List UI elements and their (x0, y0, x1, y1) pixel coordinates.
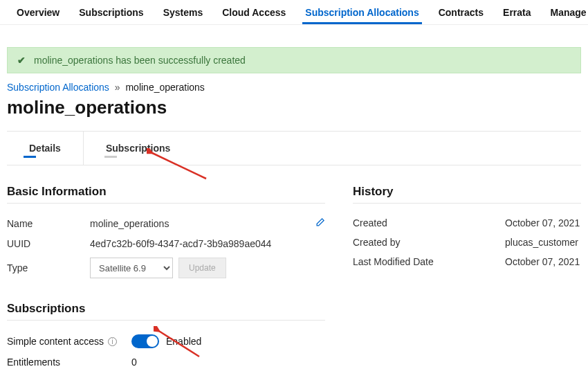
edit-icon[interactable] (315, 217, 325, 230)
created-value: October 07, 2021 (505, 217, 580, 228)
uuid-value: 4ed7c32b-60f9-4347-acd7-3b9a989ae044 (90, 238, 271, 249)
name-label: Name (7, 218, 90, 229)
top-nav: Overview Subscriptions Systems Cloud Acc… (0, 0, 588, 25)
breadcrumb: Subscription Allocations » moline_operat… (7, 82, 581, 93)
toggle-knob (147, 336, 158, 347)
nav-item-errata[interactable]: Errata (493, 1, 540, 24)
last-modified-label: Last Modified Date (353, 256, 505, 267)
nav-item-manage-label: Manage (551, 7, 587, 18)
type-select[interactable]: Satellite 6.9 (90, 258, 173, 278)
section-history: History (353, 185, 581, 204)
nav-item-subscription-allocations[interactable]: Subscription Allocations (295, 1, 428, 24)
nav-item-systems[interactable]: Systems (154, 1, 213, 24)
section-subscriptions: Subscriptions (7, 302, 325, 321)
sca-label: Simple content access (7, 336, 104, 347)
nav-item-subscriptions[interactable]: Subscriptions (69, 1, 153, 24)
nav-item-manage[interactable]: Manage (541, 1, 588, 24)
entitlements-label: Entitlements (7, 357, 60, 368)
nav-item-contracts[interactable]: Contracts (429, 1, 493, 24)
created-label: Created (353, 217, 505, 228)
entitlements-value: 0 (131, 357, 137, 368)
check-icon: ✔ (17, 55, 26, 66)
created-by-value: plucas_customer (505, 237, 578, 248)
breadcrumb-root[interactable]: Subscription Allocations (7, 82, 109, 93)
breadcrumb-separator: » (115, 82, 120, 93)
breadcrumb-leaf: moline_operations (125, 82, 204, 93)
tabs: Details Subscriptions (7, 131, 581, 165)
type-label: Type (7, 262, 90, 273)
alert-message: moline_operations has been successfully … (34, 55, 246, 66)
nav-item-overview[interactable]: Overview (7, 1, 69, 24)
sca-toggle[interactable] (131, 334, 159, 348)
update-button[interactable]: Update (178, 258, 226, 278)
created-by-label: Created by (353, 237, 505, 248)
name-value: moline_operations (90, 218, 169, 229)
nav-item-cloud-access[interactable]: Cloud Access (212, 1, 295, 24)
tab-subscriptions[interactable]: Subscriptions (84, 132, 192, 165)
sca-state: Enabled (166, 336, 201, 347)
tab-details[interactable]: Details (7, 132, 84, 165)
uuid-label: UUID (7, 238, 90, 249)
info-icon[interactable]: i (108, 337, 117, 346)
page-title: moline_operations (7, 97, 581, 118)
alert-success: ✔ moline_operations has been successfull… (7, 47, 581, 73)
section-basic-information: Basic Information (7, 185, 325, 204)
last-modified-value: October 07, 2021 (505, 256, 580, 267)
